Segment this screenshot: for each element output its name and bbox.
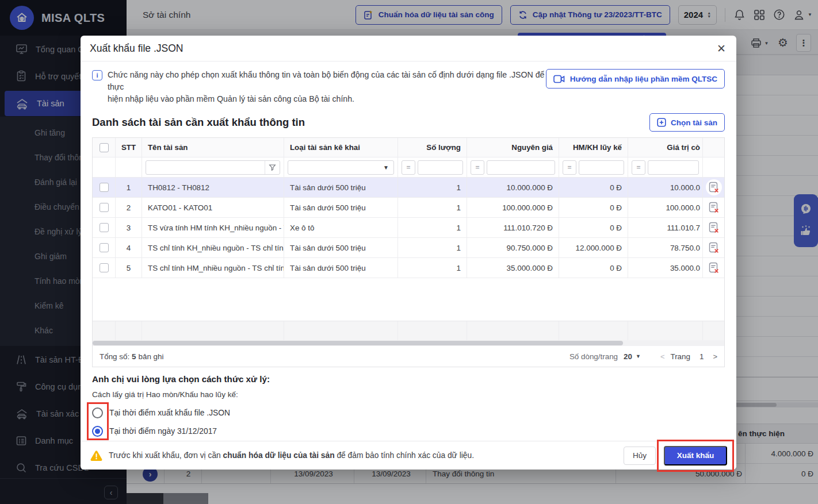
page-number[interactable]: 1 xyxy=(696,352,707,361)
table-horizontal-scrollbar[interactable] xyxy=(93,340,724,346)
choose-title: Anh chị vui lòng lựa chọn cách thức xử l… xyxy=(92,374,725,384)
table-row[interactable]: 3 TS vừa tính HM tính KH_nhiều nguồn - T… xyxy=(93,218,724,238)
app-root: Sở tài chính Chuẩn hóa dữ liệu tài sản c… xyxy=(0,0,818,504)
remove-file-icon[interactable] xyxy=(706,179,722,195)
info-icon: i xyxy=(92,70,102,80)
export-button[interactable]: Xuất khẩu xyxy=(664,446,727,465)
table-row[interactable]: 1 TH0812 - TH0812 Tài sản dưới 500 triệu… xyxy=(93,178,724,198)
type-filter-select[interactable]: ▼ xyxy=(288,160,394,175)
radio-option-date[interactable]: Tại thời điểm ngày 31/12/2017 xyxy=(92,424,334,438)
dep-filter: = xyxy=(563,160,624,175)
section-title: Danh sách tài sản cần xuất khẩu thông ti… xyxy=(92,116,305,129)
equals-operator[interactable]: = xyxy=(632,160,645,175)
name-filter xyxy=(146,160,280,175)
remove-file-icon[interactable] xyxy=(706,220,722,236)
page-label: Trang xyxy=(670,352,690,361)
remove-file-icon[interactable] xyxy=(706,260,722,276)
table-row[interactable]: 5 TS chỉ tính HM_nhiều nguồn - TS chỉ tí… xyxy=(93,258,724,278)
scrollbar-thumb[interactable] xyxy=(93,341,623,345)
add-square-icon xyxy=(657,118,666,127)
radio-option-export-time[interactable]: Tại thời điểm xuất khẩu file .JSON xyxy=(92,406,334,420)
modal-header: Xuất khẩu file .JSON ✕ xyxy=(81,36,736,61)
radio-checked-icon[interactable] xyxy=(92,426,103,437)
choose-subtitle: Cách lấy giá trị Hao mòn/Khấu hao lũy kế… xyxy=(92,390,725,399)
caret-down-icon: ▼ xyxy=(383,164,389,171)
next-page-button[interactable]: > xyxy=(713,352,717,361)
cost-filter: = xyxy=(471,160,555,175)
dep-filter-input[interactable] xyxy=(579,161,624,174)
cancel-button[interactable]: Hủy xyxy=(624,447,656,465)
equals-operator[interactable]: = xyxy=(563,160,576,175)
equals-operator[interactable]: = xyxy=(402,160,415,175)
row-checkbox[interactable] xyxy=(100,223,109,232)
row-checkbox[interactable] xyxy=(100,263,109,272)
radio-group: Tại thời điểm xuất khẩu file .JSON Tại t… xyxy=(92,406,334,438)
row-checkbox[interactable] xyxy=(100,243,109,252)
guide-button[interactable]: Hướng dẫn nhập liệu phần mềm QLTSC xyxy=(546,69,725,89)
rows-per-page-select[interactable]: 20 ▼ xyxy=(624,352,641,361)
radio-unchecked-icon[interactable] xyxy=(92,407,103,418)
table-footer: Tổng số: 5 bản ghi Số dòng/trang 20 ▼ < … xyxy=(93,346,724,367)
close-icon[interactable]: ✕ xyxy=(717,43,726,54)
record-count: Tổng số: 5 bản ghi xyxy=(100,352,164,361)
filter-funnel-icon[interactable] xyxy=(265,161,280,174)
cost-filter-input[interactable] xyxy=(487,161,555,174)
table-summary-row xyxy=(93,321,724,340)
select-assets-button[interactable]: Chọn tài sản xyxy=(649,113,725,132)
export-json-modal: Xuất khẩu file .JSON ✕ i Chức năng này c… xyxy=(81,36,736,470)
remaining-filter: = xyxy=(632,160,699,175)
qty-filter: = xyxy=(402,160,463,175)
assets-table: STT Tên tài sản Loại tài sản kê khai Số … xyxy=(92,137,725,367)
remaining-filter-input[interactable] xyxy=(648,161,698,174)
table-empty-area xyxy=(93,278,724,321)
remove-file-icon[interactable] xyxy=(706,199,722,216)
row-checkbox[interactable] xyxy=(100,203,109,212)
table-row[interactable]: 2 KATO01 - KATO01 Tài sản dưới 500 triệu… xyxy=(93,198,724,218)
warning-text: Trước khi xuất khẩu, đơn vị cần chuẩn hó… xyxy=(109,451,474,460)
rows-per-page-label: Số dòng/trang xyxy=(569,352,618,361)
table-header-row: STT Tên tài sản Loại tài sản kê khai Số … xyxy=(93,138,724,157)
info-banner: i Chức năng này cho phép chọn xuất khẩu … xyxy=(92,69,725,105)
equals-operator[interactable]: = xyxy=(471,160,484,175)
table-row[interactable]: 4 TS chỉ tính KH_nhiều nguồn - TS chỉ tí… xyxy=(93,238,724,258)
caret-down-icon: ▼ xyxy=(636,353,641,359)
qty-filter-input[interactable] xyxy=(418,161,462,174)
info-text: Chức năng này cho phép chọn xuất khẩu th… xyxy=(108,69,546,105)
remove-file-icon[interactable] xyxy=(706,240,722,256)
export-button-wrap: Xuất khẩu xyxy=(664,446,727,465)
modal-title: Xuất khẩu file .JSON xyxy=(90,43,183,55)
warning-icon xyxy=(90,450,103,461)
name-filter-input[interactable] xyxy=(146,163,265,172)
modal-body: i Chức năng này cho phép chọn xuất khẩu … xyxy=(81,61,736,438)
select-all-checkbox[interactable] xyxy=(100,143,109,152)
prev-page-button[interactable]: < xyxy=(660,352,665,361)
video-camera-icon xyxy=(553,75,565,83)
section-row: Danh sách tài sản cần xuất khẩu thông ti… xyxy=(92,113,725,132)
table-filter-row: ▼ = = = = xyxy=(93,157,724,178)
modal-footer: Trước khi xuất khẩu, đơn vị cần chuẩn hó… xyxy=(81,441,736,470)
row-checkbox[interactable] xyxy=(100,183,109,192)
